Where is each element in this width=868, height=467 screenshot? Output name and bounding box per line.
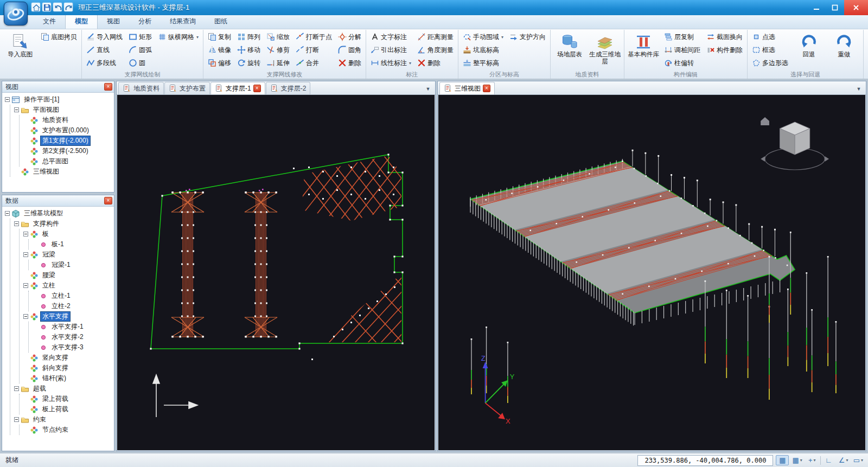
tree-item[interactable]: 水平支撑-2 (33, 332, 114, 342)
ribbon-button-line[interactable]: 直线 (84, 43, 125, 56)
tree-item[interactable]: 约束 (14, 414, 114, 425)
plan-tab-1[interactable]: 支护布置 (164, 82, 210, 94)
tree-item[interactable]: 竖向支撑 (23, 353, 114, 363)
ribbon-button-leader-label[interactable]: 引出标注 (368, 43, 414, 56)
tab-close-icon[interactable]: × (483, 85, 490, 92)
tree-item[interactable]: 水平支撑-3 (33, 342, 114, 353)
tree-item[interactable]: 地质资料 (23, 115, 114, 125)
tree-item[interactable]: 水平支撑 (23, 311, 114, 322)
tree-item[interactable]: 第2支撑(-2.500) (23, 146, 114, 156)
ribbon-button-manual-region[interactable]: 手动围域▾ (460, 30, 506, 43)
ribbon-button-break[interactable]: 打断 (293, 43, 335, 56)
ribbon-button-support-direction[interactable]: 支护方向 (507, 30, 548, 43)
ribbon-button-circle[interactable]: 圆 (126, 56, 155, 69)
ribbon-button-delete-line[interactable]: 删除 (335, 56, 364, 69)
tree-item[interactable]: 梁上荷载 (23, 394, 114, 404)
collapse-icon[interactable] (23, 252, 28, 257)
ribbon-button-text-label[interactable]: 文字标注 (368, 30, 414, 43)
collapse-icon[interactable] (14, 417, 19, 422)
ribbon-button-copy-basemap[interactable]: 底图拷贝 (38, 30, 80, 43)
ribbon-button-polygon-select[interactable]: 多边形选 (749, 56, 791, 69)
menu-tab-model[interactable]: 模型 (65, 14, 98, 29)
ribbon-button-import-basemap[interactable]: 导入底图 (3, 30, 37, 71)
ribbon-button-component-delete[interactable]: 构件删除 (704, 43, 745, 56)
plan-tab-2[interactable]: 支撑层-1× (210, 82, 265, 94)
ribbon-button-copy[interactable]: 复制 (205, 30, 234, 43)
collapse-icon[interactable] (23, 283, 28, 288)
tree-item[interactable]: 立柱-1 (33, 291, 114, 301)
menu-tab-view[interactable]: 视图 (98, 15, 129, 29)
menu-tab-analysis[interactable]: 分析 (129, 15, 161, 29)
tree-item[interactable]: 总平面图 (23, 156, 114, 167)
collapse-icon[interactable] (5, 97, 10, 102)
ribbon-button-fillet[interactable]: 圆角 (335, 43, 364, 56)
tree-item[interactable]: 锚杆(索) (23, 373, 114, 383)
collapse-icon[interactable] (23, 314, 28, 319)
ribbon-button-angle-measure[interactable]: 角度测量 (414, 43, 456, 56)
save-button[interactable] (42, 3, 51, 13)
plan-tab-0[interactable]: 地质资料 (118, 82, 164, 94)
ribbon-button-undo[interactable]: 回退 (792, 30, 826, 71)
ribbon-button-trim[interactable]: 修剪 (264, 43, 292, 56)
ribbon-button-polyline[interactable]: 多段线 (84, 56, 125, 69)
collapse-icon[interactable] (14, 386, 19, 391)
ribbon-button-grid-mesh[interactable]: 纵横网格▾ (155, 30, 201, 43)
collapse-icon[interactable] (14, 221, 19, 226)
ribbon-button-scale[interactable]: 缩放 (264, 30, 292, 43)
tree-item[interactable]: 支撑构件 (14, 219, 114, 229)
status-tool-grid-settings[interactable]: ▦▾ (790, 455, 803, 465)
plan-tab-3[interactable]: 支撑层-2 (266, 82, 311, 94)
tree-item[interactable]: 节点约束 (23, 425, 114, 435)
collapse-icon[interactable] (23, 232, 28, 236)
ribbon-button-rotate[interactable]: 旋转 (234, 56, 263, 69)
ribbon-button-rectangle[interactable]: 矩形 (126, 30, 155, 43)
ribbon-button-array[interactable]: 阵列 (234, 30, 263, 43)
home-button[interactable] (31, 3, 40, 13)
collapse-icon[interactable] (14, 107, 19, 112)
views-panel-close-icon[interactable]: × (104, 83, 112, 91)
data-panel-close-icon[interactable]: × (104, 197, 112, 204)
ribbon-button-distance-measure[interactable]: 距离测量 (414, 30, 456, 43)
three-d-canvas[interactable]: ZYX (438, 95, 865, 450)
tree-item[interactable]: 水平支撑-1 (33, 322, 114, 332)
tree-item[interactable]: 冠梁-1 (33, 260, 114, 270)
ribbon-button-delete-annotation[interactable]: 删除 (414, 56, 456, 69)
ribbon-button-box-select[interactable]: 框选 (749, 43, 791, 56)
status-tool-corner-ruler[interactable]: ∟ (822, 455, 835, 465)
ribbon-button-import-gridlines[interactable]: 导入网线 (84, 30, 125, 43)
ribbon-button-layer-copy[interactable]: 层复制 (661, 30, 703, 43)
tree-item[interactable]: 三维基坑模型 (5, 208, 114, 219)
tree-item[interactable]: 平面视图 (14, 105, 114, 115)
ribbon-button-component-library[interactable]: 基本构件库 (626, 30, 661, 71)
tree-item[interactable]: 立柱 (23, 280, 114, 291)
status-tool-snap-marker[interactable]: +▾ (806, 455, 819, 465)
undo-button[interactable] (53, 3, 62, 13)
ribbon-button-move[interactable]: 移动 (234, 43, 263, 56)
menu-tab-results[interactable]: 结果查询 (161, 15, 205, 29)
ribbon-button-offset[interactable]: 偏移 (205, 56, 234, 69)
ribbon-button-redo[interactable]: 重做 (827, 30, 861, 71)
tree-item[interactable]: 超载 (14, 383, 114, 394)
plan-canvas[interactable] (117, 95, 435, 450)
redo-button[interactable] (64, 3, 73, 13)
tree-item[interactable]: 板上荷载 (23, 404, 114, 414)
ribbon-button-section-swap[interactable]: 截面换向 (704, 30, 745, 43)
tree-item[interactable]: 板 (23, 229, 114, 239)
tree-item[interactable]: 板-1 (33, 239, 114, 250)
close-button[interactable] (844, 0, 868, 15)
minimize-button[interactable] (807, 0, 826, 15)
ribbon-button-generate-3d-strata[interactable]: 生成三维地层 (588, 30, 622, 71)
tree-item[interactable]: 冠梁 (23, 250, 114, 260)
ribbon-button-break-at-point[interactable]: 打断于点 (293, 30, 335, 43)
ribbon-button-model-check-btn[interactable]: 模型检查 (865, 30, 868, 71)
ribbon-button-join[interactable]: 合并 (293, 56, 335, 69)
menu-tab-file[interactable]: 文件 (34, 15, 65, 29)
tree-item[interactable]: 第1支撑(-2.000) (23, 136, 114, 146)
tree-item[interactable]: 支护布置(0.000) (23, 125, 114, 136)
threed-tab-0[interactable]: 三维视图× (439, 82, 495, 94)
menu-tab-drawings[interactable]: 图纸 (205, 15, 237, 29)
collapse-icon[interactable] (5, 211, 10, 216)
ribbon-button-linear-dim[interactable]: 线性标注▾ (368, 56, 414, 69)
ribbon-button-pile-spacing[interactable]: 调桩间距 (661, 43, 703, 56)
status-tool-selection-style[interactable]: ▭▾ (852, 455, 865, 465)
